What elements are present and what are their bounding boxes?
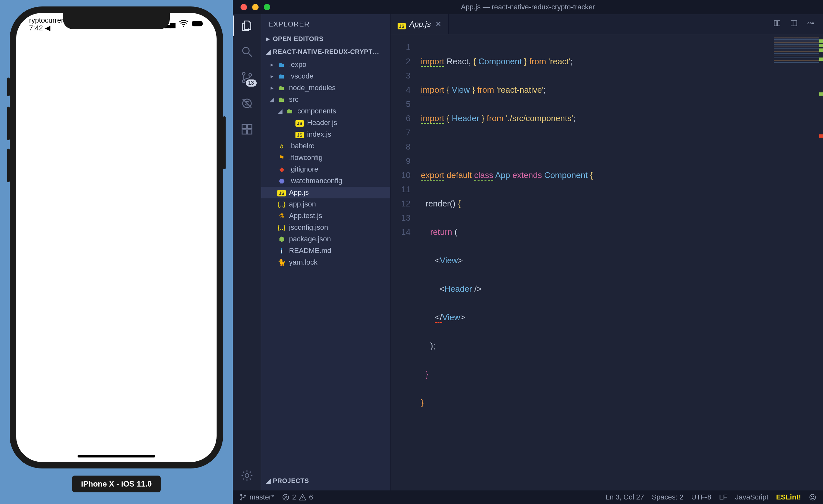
chevron-down-icon: ◢ (270, 96, 274, 103)
bug-off-icon (240, 97, 254, 110)
svg-point-3 (242, 47, 249, 54)
code-content[interactable]: import React, { Component } from 'react'… (417, 34, 823, 490)
file-label: jsconfig.json (289, 223, 328, 232)
node-icon: ⬢ (277, 235, 286, 243)
folder-src[interactable]: ◢🖿src (261, 94, 390, 105)
watchman-icon: ⬣ (277, 177, 286, 185)
eol-status[interactable]: LF (719, 493, 728, 501)
test-icon: ⚗ (277, 212, 286, 220)
file-jsconfig-json[interactable]: {..}jsconfig.json (261, 222, 390, 233)
folder-icon: 🖿 (277, 84, 286, 92)
open-editors-section[interactable]: ▸ OPEN EDITORS (261, 32, 390, 45)
editor-group: JS App.js ✕ 1234567891011121314 import R… (390, 14, 823, 490)
folder-components[interactable]: ◢🖿components (261, 105, 390, 117)
file-index-js[interactable]: JSindex.js (261, 129, 390, 140)
svg-point-12 (245, 474, 249, 478)
svg-point-24 (811, 496, 812, 497)
explorer-activity[interactable] (240, 19, 254, 33)
fullscreen-window-icon[interactable] (264, 4, 270, 10)
language-mode-status[interactable]: JavaScript (735, 493, 768, 501)
file-app-js[interactable]: JSApp.js (261, 187, 390, 198)
split-editor-icon[interactable] (790, 19, 798, 29)
warning-count: 6 (309, 493, 313, 501)
svg-point-20 (240, 499, 242, 500)
overview-ruler[interactable] (817, 34, 823, 490)
file-yarn-lock[interactable]: 🐈yarn.lock (261, 257, 390, 268)
search-activity[interactable] (240, 45, 254, 59)
file-watchmanconfig[interactable]: ⬣.watchmanconfig (261, 175, 390, 187)
projects-section[interactable]: ◢ PROJECTS (261, 474, 390, 490)
status-app-name: ryptocurren (29, 16, 65, 24)
more-actions-icon[interactable] (807, 19, 815, 29)
compare-changes-icon[interactable] (773, 19, 781, 29)
file-label: .vscode (289, 72, 314, 80)
problems-status[interactable]: 2 6 (282, 493, 313, 501)
close-window-icon[interactable] (240, 4, 247, 10)
chevron-right-icon: ▸ (266, 35, 270, 43)
window-controls[interactable] (233, 4, 270, 10)
info-icon: i (281, 248, 282, 254)
file-label: yarn.lock (289, 258, 317, 267)
minimap[interactable] (774, 37, 819, 63)
extensions-activity[interactable] (240, 122, 254, 136)
git-branch-status[interactable]: master* (239, 493, 274, 501)
settings-activity[interactable] (240, 469, 254, 483)
json-icon: {..} (277, 201, 286, 208)
debug-activity[interactable] (240, 96, 254, 110)
svg-point-25 (813, 496, 814, 497)
folder-expo[interactable]: ▸🖿.expo (261, 59, 390, 70)
scm-activity[interactable]: 13 (240, 70, 254, 85)
svg-point-6 (249, 74, 251, 76)
git-icon: ◆ (277, 166, 286, 173)
svg-rect-9 (247, 124, 252, 129)
folder-icon: 🖿 (277, 61, 286, 68)
phone-mute-switch (7, 77, 10, 96)
file-babelrc[interactable]: 𝘣.babelrc (261, 140, 390, 152)
tab-app-js[interactable]: JS App.js ✕ (390, 14, 449, 34)
file-tree: ▸🖿.expo ▸🖿.vscode ▸🖿node_modules ◢🖿src ◢… (261, 58, 390, 273)
file-label: app.json (289, 200, 316, 208)
file-label: .gitignore (289, 165, 318, 174)
chevron-right-icon: ▸ (270, 73, 274, 80)
indentation-status[interactable]: Spaces: 2 (652, 493, 683, 501)
file-app-json[interactable]: {..}app.json (261, 198, 390, 210)
phone-screen[interactable]: ryptocurren 7:42 ◀ ▁▃▅ (16, 13, 216, 462)
file-label: package.json (289, 235, 331, 243)
titlebar[interactable]: App.js — react-native-redux-crypto-track… (233, 0, 823, 14)
file-gitignore[interactable]: ◆.gitignore (261, 164, 390, 175)
file-label: App.js (289, 188, 309, 197)
feedback-status[interactable] (809, 493, 817, 501)
smiley-icon (809, 493, 817, 501)
file-flowconfig[interactable]: ⚑.flowconfig (261, 152, 390, 164)
open-editors-label: OPEN EDITORS (273, 35, 324, 43)
project-section[interactable]: ◢ REACT-NATIVE-REDUX-CRYPT… (261, 45, 390, 58)
svg-rect-11 (247, 130, 252, 134)
phone-notch (63, 13, 170, 29)
battery-icon (192, 18, 204, 31)
code-editor[interactable]: 1234567891011121314 import React, { Comp… (390, 34, 823, 490)
simulator-device-label: iPhone X - iOS 11.0 (72, 476, 161, 492)
file-label: src (289, 95, 298, 104)
tab-bar: JS App.js ✕ (390, 14, 823, 34)
folder-vscode[interactable]: ▸🖿.vscode (261, 70, 390, 82)
svg-rect-14 (778, 21, 780, 26)
folder-node-modules[interactable]: ▸🖿node_modules (261, 82, 390, 94)
warning-icon (299, 493, 306, 501)
json-icon: {..} (277, 224, 286, 231)
js-icon: JS (296, 120, 304, 127)
chevron-down-icon: ◢ (278, 107, 283, 115)
file-readme-md[interactable]: iREADME.md (261, 245, 390, 257)
yarn-icon: 🐈 (277, 258, 286, 266)
cursor-position[interactable]: Ln 3, Col 27 (606, 493, 644, 501)
folder-icon: 🖿 (286, 107, 294, 115)
file-header-js[interactable]: JSHeader.js (261, 117, 390, 129)
svg-rect-1 (192, 21, 202, 25)
encoding-status[interactable]: UTF-8 (691, 493, 711, 501)
file-app-test-js[interactable]: ⚗App.test.js (261, 210, 390, 222)
minimize-window-icon[interactable] (252, 4, 259, 10)
branch-name: master* (250, 493, 274, 501)
file-package-json[interactable]: ⬢package.json (261, 233, 390, 245)
close-icon[interactable]: ✕ (436, 20, 441, 28)
gear-icon (240, 469, 254, 482)
eslint-status[interactable]: ESLint! (776, 493, 801, 501)
